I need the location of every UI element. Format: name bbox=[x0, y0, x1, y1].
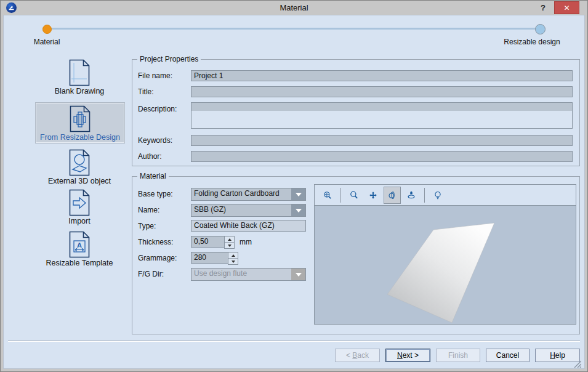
wizard-step-next-dot bbox=[535, 24, 546, 34]
material-sheet-3d bbox=[315, 206, 574, 324]
titlebar[interactable]: Material ? ✕ bbox=[1, 1, 587, 15]
sidebar-item-label: Blank Drawing bbox=[55, 87, 105, 95]
spin-up-icon[interactable] bbox=[228, 253, 238, 259]
name-value: SBB (GZ) bbox=[191, 204, 291, 216]
from-resizable-design-icon bbox=[70, 105, 91, 132]
grammage-field[interactable]: 280 bbox=[191, 252, 228, 264]
resize-grip[interactable] bbox=[573, 360, 581, 368]
toolbar-separator bbox=[340, 188, 341, 203]
spin-icon[interactable] bbox=[403, 187, 420, 204]
thickness-unit: mm bbox=[240, 238, 252, 246]
description-label: Description: bbox=[138, 105, 177, 113]
material-dialog: Material ? ✕ Material Resizable design B… bbox=[0, 0, 588, 372]
author-label: Author: bbox=[138, 152, 162, 161]
resizable-template-icon: A bbox=[69, 231, 90, 258]
sidebar-item-resizable-template[interactable]: A Resizable Template bbox=[36, 229, 123, 267]
toolbar-separator bbox=[424, 188, 425, 203]
sidebar-item-label: External 3D object bbox=[48, 177, 111, 185]
description-first-line bbox=[191, 103, 572, 111]
fg-dir-value: Use design flute bbox=[191, 269, 291, 280]
wizard-step-next-label: Resizable design bbox=[495, 38, 569, 46]
preview-toolbar bbox=[315, 185, 576, 206]
material-preview-panel bbox=[314, 184, 576, 325]
sidebar-item-label: Resizable Template bbox=[46, 259, 113, 267]
thickness-label: Thickness: bbox=[138, 238, 173, 246]
pan-icon[interactable] bbox=[364, 187, 382, 204]
sidebar-item-external-3d-object[interactable]: External 3D object bbox=[36, 147, 123, 185]
help-titlebar-button[interactable]: ? bbox=[537, 2, 548, 13]
spin-up-icon[interactable] bbox=[225, 237, 234, 243]
grammage-label: Grammage: bbox=[138, 254, 177, 262]
svg-text:A: A bbox=[77, 241, 82, 249]
finish-button[interactable]: Finish bbox=[436, 349, 480, 362]
spin-down-icon[interactable] bbox=[228, 259, 238, 264]
preview-viewport[interactable] bbox=[315, 206, 576, 324]
type-label: Type: bbox=[138, 222, 156, 230]
file-name-field[interactable]: Project 1 bbox=[191, 70, 573, 81]
window-title: Material bbox=[1, 3, 587, 12]
base-type-label: Base type: bbox=[138, 190, 173, 198]
project-properties-group: Project Properties File name: Project 1 … bbox=[132, 59, 580, 166]
sidebar-item-label: From Resizable Design bbox=[40, 133, 120, 142]
blank-drawing-icon bbox=[69, 59, 90, 86]
spin-down-icon[interactable] bbox=[225, 243, 234, 248]
zoom-rectangle-icon[interactable] bbox=[319, 187, 336, 204]
file-name-label: File name: bbox=[138, 71, 172, 80]
chevron-down-icon bbox=[291, 269, 305, 280]
zoom-icon[interactable] bbox=[345, 187, 363, 204]
next-button[interactable]: Next > bbox=[385, 349, 430, 362]
sidebar-item-import[interactable]: Import bbox=[36, 187, 123, 225]
title-field[interactable] bbox=[191, 86, 573, 97]
name-combobox[interactable]: SBB (GZ) bbox=[191, 204, 306, 217]
thickness-spinner[interactable] bbox=[224, 236, 235, 249]
base-type-value: Folding Carton Cardboard bbox=[191, 188, 291, 200]
wizard-step-current-dot bbox=[42, 25, 52, 34]
material-legend: Material bbox=[137, 172, 169, 180]
footer-separator bbox=[8, 341, 580, 342]
keywords-label: Keywords: bbox=[138, 136, 172, 145]
fg-dir-combobox: Use design flute bbox=[191, 268, 306, 281]
chevron-down-icon[interactable] bbox=[291, 204, 305, 216]
author-field[interactable] bbox=[191, 151, 573, 162]
chevron-down-icon[interactable] bbox=[291, 188, 305, 200]
light-source-icon[interactable] bbox=[429, 187, 446, 204]
wizard-step-current-label: Material bbox=[25, 38, 68, 46]
rotate-design-icon[interactable] bbox=[384, 187, 401, 204]
sidebar-item-blank-drawing[interactable]: Blank Drawing bbox=[36, 57, 123, 95]
title-label: Title: bbox=[138, 87, 154, 96]
wizard-track bbox=[52, 28, 536, 30]
material-group: Material Base type: Folding Carton Cardb… bbox=[132, 176, 580, 334]
type-field: Coated White Back (GZ) bbox=[191, 220, 306, 232]
cancel-button[interactable]: Cancel bbox=[486, 349, 530, 362]
import-icon bbox=[69, 189, 90, 216]
sidebar-item-from-resizable-design[interactable]: From Resizable Design bbox=[36, 103, 124, 143]
grammage-spinner[interactable] bbox=[228, 252, 238, 265]
back-button[interactable]: < Back bbox=[335, 349, 380, 362]
keywords-field[interactable] bbox=[191, 135, 573, 146]
sidebar-item-label: Import bbox=[68, 217, 90, 225]
base-type-combobox[interactable]: Folding Carton Cardboard bbox=[191, 188, 306, 201]
close-button[interactable]: ✕ bbox=[554, 1, 579, 14]
project-properties-legend: Project Properties bbox=[137, 55, 201, 63]
name-label: Name: bbox=[138, 206, 159, 214]
thickness-field[interactable]: 0,50 bbox=[191, 236, 225, 248]
description-field[interactable] bbox=[191, 102, 573, 129]
external-3d-object-icon bbox=[69, 149, 90, 176]
fg-dir-label: F/G Dir: bbox=[138, 270, 164, 278]
